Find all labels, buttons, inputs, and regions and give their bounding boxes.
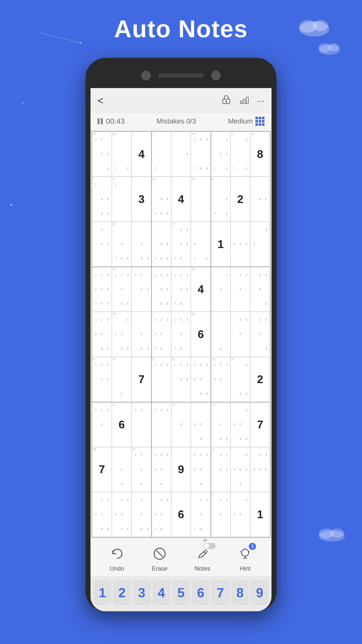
cell-54[interactable]: 1235 <box>92 402 112 447</box>
undo-button[interactable]: Undo <box>108 545 126 572</box>
cell-30[interactable]: 1235689 <box>151 267 171 312</box>
num-btn-8[interactable]: 8 <box>231 580 249 605</box>
cell-22[interactable]: 17235678 <box>171 222 191 267</box>
num-btn-5[interactable]: 5 <box>172 580 190 605</box>
cell-12[interactable]: 1356789 <box>151 177 171 222</box>
cell-29[interactable]: 1256 <box>131 267 151 312</box>
cell-50[interactable]: 1234589 <box>191 357 211 402</box>
cell-1[interactable]: 1979 <box>112 132 132 177</box>
cell-21[interactable]: 56789 <box>151 222 171 267</box>
num-btn-7[interactable]: 7 <box>211 580 229 605</box>
cell-67[interactable]: 9 <box>171 447 191 492</box>
cell-8[interactable]: 298 <box>250 132 270 177</box>
cell-6[interactable]: 35679 <box>211 132 231 177</box>
cell-37[interactable]: 1234589 <box>112 312 132 357</box>
sudoku-grid[interactable]: 2112569197947761312378935679337929811568… <box>92 131 270 538</box>
erase-button[interactable]: Erase <box>151 545 168 572</box>
cell-41[interactable]: 146 <box>191 312 211 357</box>
hint-button[interactable]: 3 Hint <box>236 545 254 572</box>
cell-42[interactable]: 8 <box>211 312 231 357</box>
num-btn-9[interactable]: 9 <box>251 580 268 605</box>
cell-80[interactable]: 1 <box>250 492 270 537</box>
cell-20[interactable]: 589 <box>131 222 151 267</box>
cell-72[interactable]: 234589 <box>92 492 112 537</box>
cell-10[interactable]: 41 <box>112 177 132 222</box>
cell-75[interactable]: 234578 <box>151 492 171 537</box>
cell-56[interactable]: 12 <box>131 402 151 447</box>
cell-16[interactable]: 2 <box>231 177 250 222</box>
cell-59[interactable]: 458 <box>191 402 211 447</box>
cell-61[interactable]: 34589 <box>231 402 250 447</box>
cell-36[interactable]: 1234589 <box>92 312 112 357</box>
cell-47[interactable]: 7 <box>131 357 151 402</box>
cell-38[interactable]: 589 <box>131 312 151 357</box>
cell-0[interactable]: 2112569 <box>92 132 112 177</box>
cell-32[interactable]: 184 <box>191 267 211 312</box>
cell-46[interactable]: 158 <box>112 357 132 402</box>
num-btn-2[interactable]: 2 <box>113 580 131 605</box>
cell-19[interactable]: 125789 <box>112 222 132 267</box>
cell-2[interactable]: 4 <box>131 132 151 177</box>
num-btn-4[interactable]: 4 <box>153 580 170 605</box>
notes-toggle[interactable]: off <box>204 543 216 549</box>
cell-71[interactable]: 23456 <box>250 447 270 492</box>
cell-3[interactable]: 77 <box>151 132 171 177</box>
pause-icon[interactable] <box>98 118 103 124</box>
cell-35[interactable]: 2359 <box>250 267 270 312</box>
cell-48[interactable]: 6123 <box>151 357 171 402</box>
grid-icon[interactable] <box>255 117 264 126</box>
chart-icon[interactable] <box>239 94 250 107</box>
cell-55[interactable]: 116 <box>112 402 132 447</box>
cell-7[interactable]: 3379 <box>231 132 250 177</box>
cell-44[interactable]: 2359 <box>250 312 270 357</box>
num-btn-3[interactable]: 3 <box>133 580 150 605</box>
cell-63[interactable]: 297 <box>92 447 112 492</box>
cell-39[interactable]: 1234578 <box>151 312 171 357</box>
more-icon[interactable]: ··· <box>257 96 264 106</box>
cell-64[interactable]: 58 <box>112 447 132 492</box>
cell-14[interactable]: 16 <box>191 177 211 222</box>
cell-49[interactable]: 2112356 <box>171 357 191 402</box>
cell-62[interactable]: 7 <box>250 402 270 447</box>
back-button[interactable]: < <box>98 95 103 106</box>
cell-5[interactable]: 13123789 <box>191 132 211 177</box>
cell-65[interactable]: 221258 <box>131 447 151 492</box>
cell-13[interactable]: 4 <box>171 177 191 222</box>
cell-66[interactable]: 123458 <box>151 447 171 492</box>
cell-24[interactable]: 1 <box>211 222 231 267</box>
cell-58[interactable]: 145 <box>171 402 191 447</box>
cell-18[interactable]: 256 <box>92 222 112 267</box>
cell-23[interactable]: 479 <box>191 222 211 267</box>
num-btn-1[interactable]: 1 <box>94 580 111 605</box>
cell-78[interactable]: 3235 <box>211 492 231 537</box>
cell-26[interactable]: 34 <box>250 222 270 267</box>
cell-57[interactable]: 123 <box>151 402 171 447</box>
cell-33[interactable]: 35 <box>211 267 231 312</box>
cell-43[interactable]: 235 <box>231 312 250 357</box>
cell-60[interactable]: 12589 <box>211 402 231 447</box>
cell-70[interactable]: 34568 <box>231 447 250 492</box>
cell-45[interactable]: 812356 <box>92 357 112 402</box>
lock-icon[interactable] <box>221 94 232 107</box>
cell-76[interactable]: 6 <box>171 492 191 537</box>
cell-52[interactable]: 9389 <box>231 357 250 402</box>
cell-68[interactable]: 123458 <box>191 447 211 492</box>
cell-27[interactable]: 123456789 <box>92 267 112 312</box>
cell-17[interactable]: 56 <box>250 177 270 222</box>
cell-51[interactable]: 1012345 <box>211 357 231 402</box>
cell-31[interactable]: 1235678 <box>171 267 191 312</box>
cell-79[interactable]: 345 <box>231 492 250 537</box>
cell-40[interactable]: 123578 <box>171 312 191 357</box>
cell-34[interactable]: 235 <box>231 267 250 312</box>
cell-53[interactable]: 2 <box>250 357 270 402</box>
cell-73[interactable]: 234589 <box>112 492 132 537</box>
cell-4[interactable]: 6 <box>171 132 191 177</box>
num-btn-6[interactable]: 6 <box>192 580 209 605</box>
cell-11[interactable]: 3 <box>131 177 151 222</box>
cell-28[interactable]: 24123589 <box>112 267 132 312</box>
cell-25[interactable]: 456 <box>231 222 250 267</box>
notes-button[interactable]: off Notes <box>194 545 211 572</box>
cell-9[interactable]: 115689 <box>92 177 112 222</box>
cell-15[interactable]: 8679 <box>211 177 231 222</box>
cell-74[interactable]: 2589 <box>131 492 151 537</box>
